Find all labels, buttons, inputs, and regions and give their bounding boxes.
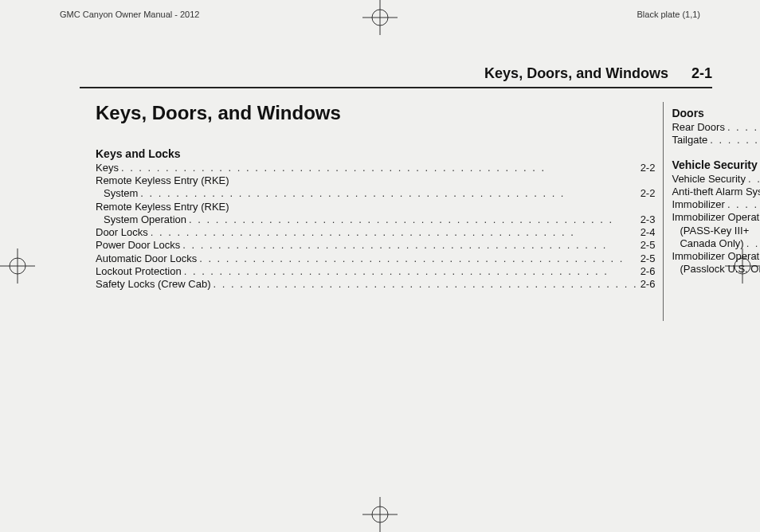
toc-entry-label: (Passlock U.S. Only)	[680, 263, 760, 276]
toc-entry-row: Canada Only) . . . . . . . . . . . . . .…	[672, 237, 760, 250]
toc-entry-label: Lockout Protection	[96, 265, 182, 278]
toc-entry-row: Automatic Door Locks . . . . . . . . . .…	[96, 252, 655, 265]
toc-leader-dots: . . . . . . . . . . . . . . . . . . . . …	[725, 198, 760, 211]
toc-entry-page: 2-6	[641, 278, 656, 291]
toc-leader-dots: . . . . . . . . . . . . . . . . . . . . …	[180, 239, 640, 252]
toc-entry-label: Immobilizer Operation	[672, 250, 760, 263]
section-page: 2-1	[691, 65, 712, 81]
toc-entry-row: Keys . . . . . . . . . . . . . . . . . .…	[96, 162, 655, 174]
toc-group-title: Doors	[672, 107, 760, 119]
toc-entry-page: 2-5	[641, 252, 656, 265]
page: GMC Canyon Owner Manual - 2012 Black pla…	[0, 0, 760, 532]
section-header: Keys, Doors, and Windows 2-1	[80, 65, 712, 88]
section-title: Keys, Doors, and Windows	[484, 65, 668, 81]
toc-entry-row: Rear Doors . . . . . . . . . . . . . . .…	[672, 121, 760, 134]
toc-entry-label: System	[104, 187, 138, 200]
toc-entry-row: System . . . . . . . . . . . . . . . . .…	[96, 187, 655, 200]
toc-entry-page: 2-2	[641, 162, 656, 174]
toc-entry: Tailgate . . . . . . . . . . . . . . . .…	[672, 134, 760, 147]
chapter-title: Keys, Doors, and Windows	[96, 102, 655, 125]
toc-leader-dots: . . . . . . . . . . . . . . . . . . . . …	[182, 265, 641, 278]
manual-title: GMC Canyon Owner Manual - 2012	[60, 10, 199, 19]
toc-leader-dots: . . . . . . . . . . . . . . . . . . . . …	[707, 134, 760, 147]
registration-mark-icon	[362, 497, 398, 532]
toc-entry-row: Vehicle Security . . . . . . . . . . . .…	[672, 173, 760, 186]
toc-entry-label: Rear Doors	[672, 121, 724, 134]
toc-entry-page: 2-4	[641, 226, 656, 239]
toc-leader-dots: . . . . . . . . . . . . . . . . . . . . …	[725, 121, 760, 134]
toc-entry: Power Door Locks . . . . . . . . . . . .…	[96, 239, 655, 252]
toc-columns: Keys, Doors, and WindowsKeys and LocksKe…	[88, 102, 712, 321]
toc-entry: Lockout Protection . . . . . . . . . . .…	[96, 265, 655, 278]
toc-entry-page: 2-2	[641, 187, 656, 200]
toc-entry-row: Power Door Locks . . . . . . . . . . . .…	[96, 239, 655, 252]
toc-entry-row: Tailgate . . . . . . . . . . . . . . . .…	[672, 134, 760, 147]
toc-entry-label: Power Door Locks	[96, 239, 180, 252]
toc-entry-label: Tailgate	[672, 134, 707, 147]
toc-entry-label: Automatic Door Locks	[96, 252, 197, 265]
toc-entry-label: Anti-theft Alarm System	[672, 186, 760, 198]
toc-leader-dots: . . . . . . . . . . . . . . . . . . . . …	[746, 173, 760, 186]
toc-entry: Automatic Door Locks . . . . . . . . . .…	[96, 252, 655, 265]
toc-entry-row: (Passlock U.S. Only) . . . . . . . . . .…	[672, 263, 760, 276]
toc-entry-label: Immobilizer Operation	[672, 211, 760, 224]
toc-entry-page: 2-3	[641, 213, 656, 226]
toc-leader-dots: . . . . . . . . . . . . . . . . . . . . …	[211, 278, 641, 291]
toc-entry: Keys . . . . . . . . . . . . . . . . . .…	[96, 162, 655, 174]
top-meta-bar: GMC Canyon Owner Manual - 2012 Black pla…	[60, 10, 700, 19]
toc-entry: Anti-theft Alarm System . . . . . . . . …	[672, 186, 760, 198]
toc-entry-label: System Operation	[104, 213, 186, 226]
registration-mark-icon	[0, 248, 35, 284]
toc-group-title: Keys and Locks	[96, 147, 655, 160]
toc-entry-label: Vehicle Security	[672, 173, 746, 186]
plate-label: Black plate (1,1)	[637, 10, 700, 19]
toc-entry-page: 2-6	[641, 265, 656, 278]
toc-entry: Immobilizer Operation(PASS-Key III+Canad…	[672, 211, 760, 250]
toc-entry-label: Canada Only)	[680, 237, 743, 250]
toc-entry-label: Immobilizer	[672, 198, 724, 211]
toc-entry-continuation: (PASS-Key III+	[672, 225, 760, 237]
toc-entry: Immobilizer . . . . . . . . . . . . . . …	[672, 198, 760, 211]
toc-leader-dots: . . . . . . . . . . . . . . . . . . . . …	[119, 162, 641, 174]
toc-entry-row: Door Locks . . . . . . . . . . . . . . .…	[96, 226, 655, 239]
toc-entry-row: Immobilizer . . . . . . . . . . . . . . …	[672, 198, 760, 211]
toc-entry-label: Keys	[96, 162, 119, 174]
toc-leader-dots: . . . . . . . . . . . . . . . . . . . . …	[186, 213, 641, 226]
toc-entry-row: System Operation . . . . . . . . . . . .…	[96, 213, 655, 226]
toc-entry-row: Safety Locks (Crew Cab) . . . . . . . . …	[96, 278, 655, 291]
toc-leader-dots: . . . . . . . . . . . . . . . . . . . . …	[138, 187, 640, 200]
toc-leader-dots: . . . . . . . . . . . . . . . . . . . . …	[197, 252, 640, 265]
toc-entry: Vehicle Security . . . . . . . . . . . .…	[672, 173, 760, 186]
toc-entry-label: Remote Keyless Entry (RKE)	[96, 201, 229, 213]
toc-group-title: Vehicle Security	[672, 158, 760, 171]
toc-entry-label: Remote Keyless Entry (RKE)	[96, 174, 229, 187]
toc-entry: Door Locks . . . . . . . . . . . . . . .…	[96, 226, 655, 239]
toc-entry-label: Safety Locks (Crew Cab)	[96, 278, 211, 291]
toc-leader-dots: . . . . . . . . . . . . . . . . . . . . …	[148, 226, 641, 239]
toc-entry: Remote Keyless Entry (RKE)System Operati…	[96, 201, 655, 227]
toc-entry-row: Lockout Protection . . . . . . . . . . .…	[96, 265, 655, 278]
toc-entry-page: 2-5	[641, 239, 656, 252]
toc-column: Keys, Doors, and WindowsKeys and LocksKe…	[88, 102, 663, 321]
toc-entry: Rear Doors . . . . . . . . . . . . . . .…	[672, 121, 760, 134]
toc-column: DoorsRear Doors . . . . . . . . . . . . …	[663, 102, 760, 321]
toc-entry: Remote Keyless Entry (RKE)System . . . .…	[96, 174, 655, 201]
toc-entry-row: Anti-theft Alarm System . . . . . . . . …	[672, 186, 760, 198]
toc-entry: Immobilizer Operation(Passlock U.S. Only…	[672, 250, 760, 276]
toc-entry-label: Door Locks	[96, 226, 148, 239]
toc-entry: Safety Locks (Crew Cab) . . . . . . . . …	[96, 278, 655, 291]
toc-leader-dots: . . . . . . . . . . . . . . . . . . . . …	[744, 237, 760, 250]
